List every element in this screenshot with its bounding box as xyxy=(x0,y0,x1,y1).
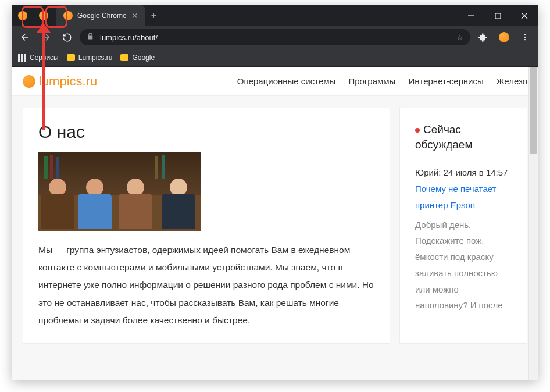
extensions-button[interactable] xyxy=(475,29,491,45)
comment-body: Добрый день. Подскажите пож. ёмкости под… xyxy=(415,217,512,314)
bookmark-star-icon[interactable]: ☆ xyxy=(456,33,463,42)
active-tab[interactable]: Google Chrome ✕ xyxy=(56,5,145,26)
nav-link[interactable]: Программы xyxy=(348,76,395,86)
main-article: О нас Мы — группа энтузиастов, одержимых… xyxy=(23,108,390,344)
widget-heading: Сейчас обсуждаем xyxy=(415,122,512,152)
article-paragraph: Мы — группа энтузиастов, одержимых идеей… xyxy=(38,241,374,329)
scrollbar-thumb[interactable] xyxy=(530,67,537,154)
site-nav: Операционные системы Программы Интернет-… xyxy=(237,76,527,86)
pinned-tab-1[interactable] xyxy=(12,5,33,26)
comment-link[interactable]: Почему не печатает принтер Epson xyxy=(415,184,496,210)
columns: О нас Мы — группа энтузиастов, одержимых… xyxy=(12,96,538,355)
close-tab-icon[interactable]: ✕ xyxy=(131,11,138,20)
close-window-button[interactable] xyxy=(511,5,538,26)
forward-button[interactable] xyxy=(38,29,54,45)
title-bar: Google Chrome ✕ + xyxy=(12,5,538,26)
page-title: О нас xyxy=(38,122,374,142)
address-bar[interactable]: lumpics.ru/about/ ☆ xyxy=(80,29,470,45)
apps-shortcut[interactable]: Сервисы xyxy=(18,54,59,62)
lumpics-logo-icon xyxy=(23,75,35,88)
toolbar: lumpics.ru/about/ ☆ xyxy=(12,26,538,48)
lumpics-favicon-icon xyxy=(39,11,48,20)
lock-icon xyxy=(87,33,94,42)
folder-icon xyxy=(120,54,128,61)
profile-button[interactable] xyxy=(496,29,512,45)
maximize-button[interactable] xyxy=(484,5,511,26)
logo-text: lumpics.ru xyxy=(39,74,97,89)
nav-link[interactable]: Интернет-сервисы xyxy=(408,76,483,86)
browser-window: Google Chrome ✕ + lumpics.ru/about/ ☆ Се… xyxy=(12,5,538,380)
svg-point-4 xyxy=(524,34,526,35)
pinned-tabs-group xyxy=(12,5,54,26)
folder-icon xyxy=(67,54,75,61)
comment-author: Юрий: xyxy=(415,168,441,177)
svg-rect-1 xyxy=(495,13,501,19)
site-header: lumpics.ru Операционные системы Программ… xyxy=(12,67,538,96)
bookmarks-bar: Сервисы Lumpics.ru Google xyxy=(12,48,538,67)
menu-button[interactable] xyxy=(517,29,533,45)
sidebar-widget: Сейчас обсуждаем Юрий: 24 июля в 14:57 П… xyxy=(399,108,527,344)
tab-title: Google Chrome xyxy=(77,12,127,20)
live-dot-icon xyxy=(415,128,420,133)
comment-time: 24 июля в 14:57 xyxy=(444,168,508,177)
lumpics-favicon-icon xyxy=(18,11,27,20)
team-photo xyxy=(38,152,201,231)
bookmark-item[interactable]: Lumpics.ru xyxy=(67,54,113,62)
apps-grid-icon xyxy=(18,54,26,62)
back-button[interactable] xyxy=(17,29,33,45)
bookmark-item[interactable]: Google xyxy=(120,54,155,62)
comment-meta: Юрий: 24 июля в 14:57 Почему не печатает… xyxy=(415,165,512,213)
svg-point-6 xyxy=(524,39,526,40)
minimize-button[interactable] xyxy=(458,5,484,26)
nav-link[interactable]: Операционные системы xyxy=(237,76,336,86)
nav-link[interactable]: Железо xyxy=(497,76,527,86)
site-logo[interactable]: lumpics.ru xyxy=(23,74,97,89)
window-controls xyxy=(458,5,538,26)
lumpics-favicon-icon xyxy=(63,11,73,20)
reload-button[interactable] xyxy=(59,29,75,45)
widget-heading-text: Сейчас обсуждаем xyxy=(415,123,472,151)
bookmark-label: Lumpics.ru xyxy=(78,54,113,62)
scrollbar[interactable] xyxy=(528,67,538,380)
bookmark-label: Google xyxy=(132,54,155,62)
new-tab-button[interactable]: + xyxy=(145,5,162,26)
apps-label: Сервисы xyxy=(30,54,59,62)
svg-point-5 xyxy=(524,37,526,38)
page-content: lumpics.ru Операционные системы Программ… xyxy=(12,67,538,380)
url-text: lumpics.ru/about/ xyxy=(100,33,158,42)
profile-avatar-icon xyxy=(499,32,509,42)
pinned-tab-2[interactable] xyxy=(33,5,54,26)
